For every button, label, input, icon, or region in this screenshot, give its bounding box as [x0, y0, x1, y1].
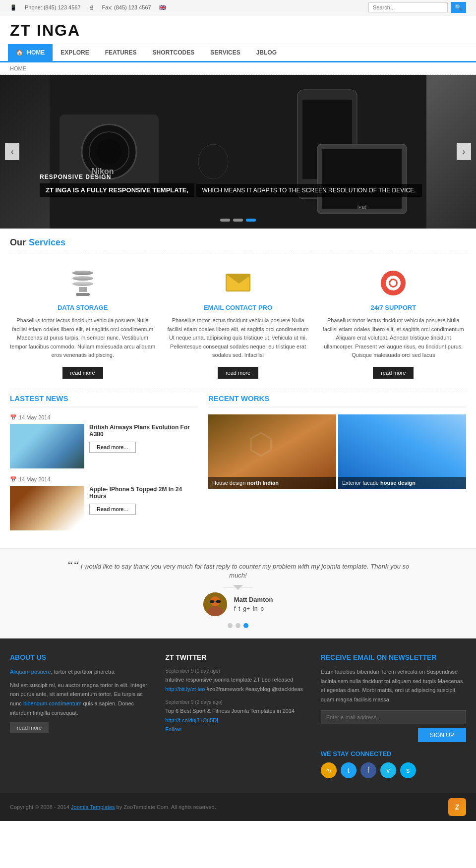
footer-about-para2: Nisl est suscipit mi, eu auctor magna to…: [10, 681, 155, 718]
search-button[interactable]: 🔍: [451, 2, 466, 13]
work-item-2[interactable]: Exterior facade house design: [338, 414, 466, 489]
news-works-section: LASTEST NEWS 📅 14 May 2014 British Airwa…: [0, 389, 476, 548]
social-connected: WE STAY CONNECTED ∿ t f v s: [321, 750, 466, 778]
slider-overlay: RESPONSIVE DESIGN ZT INGA IS A FULLY RES…: [40, 174, 422, 199]
footer: ABOUT US Aliquam posuere, tortor et port…: [0, 638, 476, 793]
nav-link-explore[interactable]: EXPLORE: [53, 44, 97, 61]
email-input[interactable]: [321, 710, 466, 724]
hero-slider: Nikon  iPhone iPad RESPONSIVE DESIGN ZT…: [0, 75, 476, 229]
fax-icon: 🖨: [89, 4, 94, 10]
tweet-1: September 9 (1 day ago) Intuitive respon…: [165, 667, 310, 694]
works-grid: ⬡ House design north Indian Exterior fac…: [208, 414, 466, 489]
service-item-storage: DATA STORAGE Phasellus tortor lectus tin…: [10, 268, 155, 379]
slider-line1: ZT INGA IS A FULLY RESPONSIVE TEMPLATE,: [40, 183, 194, 197]
news-section: LASTEST NEWS 📅 14 May 2014 British Airwa…: [10, 394, 198, 538]
slider-dot-1[interactable]: [220, 219, 230, 222]
search-area: 🔍: [368, 2, 466, 13]
slider-label: RESPONSIVE DESIGN: [40, 174, 422, 180]
nav-item-features[interactable]: FEATURES: [97, 44, 145, 61]
service-1-btn[interactable]: read more: [62, 367, 103, 379]
footer-about-btn[interactable]: read more: [10, 722, 49, 733]
footer-link-2[interactable]: bibendum condimentum: [23, 700, 81, 706]
news-1-title: British Airways Plans Evolution For A380: [89, 424, 198, 438]
news-1-content: British Airways Plans Evolution For A380…: [10, 424, 198, 468]
slider-dot-3[interactable]: [246, 219, 256, 222]
tweet-2-link[interactable]: http://t.co/duj31Ou5Dj: [165, 717, 218, 723]
social-tw-icon[interactable]: t: [238, 605, 240, 612]
breadcrumb: HOME: [0, 62, 476, 75]
fax-label: Fax: (845) 123 4567: [102, 4, 151, 10]
logo-bar: ZT INGA: [0, 15, 476, 44]
slider-next-button[interactable]: ›: [457, 143, 471, 160]
email-icon: [223, 268, 253, 298]
signup-button[interactable]: SIGN UP: [418, 728, 466, 742]
testimonial-dot-3[interactable]: [243, 623, 248, 628]
works-title: RECENT WORKS: [208, 394, 466, 407]
service-1-title: DATA STORAGE: [10, 304, 155, 311]
svg-rect-21: [216, 600, 221, 603]
tweet-2-follow[interactable]: Follow.: [165, 726, 182, 732]
facebook-button[interactable]: f: [360, 762, 376, 778]
service-2-btn[interactable]: read more: [218, 367, 258, 379]
site-logo[interactable]: ZT INGA: [10, 21, 466, 40]
social-pi-icon[interactable]: p: [260, 605, 264, 612]
nav-link-home[interactable]: 🏠 HOME: [8, 44, 53, 61]
testimonial-author: Matt Damton f t g+ in p: [20, 592, 456, 616]
twitter-button[interactable]: t: [341, 762, 357, 778]
news-item-2: 📅 14 May 2014 Apple- IPhone 5 Topped 2M …: [10, 476, 198, 530]
phone-label: Phone: (845) 123 4567: [25, 4, 81, 10]
copyright-text: Copyright © 2008 - 2014 Joomla Templates…: [10, 804, 216, 810]
nav-link-features[interactable]: FEATURES: [97, 44, 145, 61]
service-3-title: 24/7 SUPPORT: [321, 304, 466, 311]
service-3-desc: Phasellus tortor lectus tincidunt vehicu…: [321, 316, 466, 360]
author-info: Matt Damton f t g+ in p: [234, 596, 273, 612]
author-social: f t g+ in p: [234, 605, 273, 612]
nav-item-explore[interactable]: EXPLORE: [53, 44, 97, 61]
phone-icon: 📱: [10, 4, 17, 11]
social-li-icon[interactable]: in: [253, 605, 257, 612]
nav-link-services[interactable]: SERVICES: [202, 44, 248, 61]
joomla-link[interactable]: Joomla Templates: [71, 804, 115, 810]
testimonial-dot-2[interactable]: [236, 623, 240, 628]
social-fb-icon[interactable]: f: [234, 605, 236, 612]
svg-text:iPad: iPad: [357, 205, 366, 210]
vimeo-button[interactable]: v: [380, 762, 396, 778]
service-1-desc: Phasellus tortor lectus tincidunt vehicu…: [10, 316, 155, 360]
news-1-btn[interactable]: Read more...: [89, 442, 136, 453]
footer-newsletter-desc: Etam faucibus bibendum lorem vehicula on…: [321, 667, 466, 704]
work-item-1[interactable]: ⬡ House design north Indian: [208, 414, 336, 489]
news-2-btn[interactable]: Read more...: [89, 504, 136, 515]
rss-button[interactable]: ∿: [321, 762, 337, 778]
author-avatar: [203, 592, 227, 616]
slider-dot-2[interactable]: [233, 219, 243, 222]
footer-newsletter: RECEIVE EMAIL ON NEWSLETTER Etam faucibu…: [321, 653, 466, 778]
service-item-support: 24/7 SUPPORT Phasellus tortor lectus tin…: [321, 268, 466, 379]
nav-item-services[interactable]: SERVICES: [202, 44, 248, 61]
slider-prev-button[interactable]: ‹: [5, 143, 19, 160]
flag-icon: 🇬🇧: [159, 4, 166, 11]
nav-link-shortcodes[interactable]: SHORTCODES: [144, 44, 202, 61]
service-2-title: EMAIL CONTACT PRO: [165, 304, 310, 311]
tweet-1-link[interactable]: http://bit.ly/zt-leo: [165, 686, 205, 692]
news-2-date: 📅 14 May 2014: [10, 476, 198, 483]
slider-svg: Nikon  iPhone iPad: [50, 75, 426, 229]
nav-link-jblog[interactable]: JBLOG: [248, 44, 285, 61]
tweet-1-text: Intuitive responsive joomla template ZT …: [165, 675, 310, 694]
slider-dots: [220, 219, 256, 222]
nav-item-jblog[interactable]: JBLOG: [248, 44, 285, 61]
nav-item-shortcodes[interactable]: SHORTCODES: [144, 44, 202, 61]
testimonial-dot-1[interactable]: [228, 623, 233, 628]
service-3-btn[interactable]: read more: [373, 367, 414, 379]
news-2-title: Apple- IPhone 5 Topped 2M In 24 Hours: [89, 486, 198, 500]
footer-link-1[interactable]: Aliquam posuere: [10, 669, 51, 675]
search-input[interactable]: [368, 2, 448, 12]
author-name: Matt Damton: [234, 596, 273, 603]
nav-item-home[interactable]: 🏠 HOME: [8, 44, 53, 61]
calendar-icon: 📅: [10, 414, 17, 421]
footer-newsletter-title: RECEIVE EMAIL ON NEWSLETTER: [321, 653, 466, 661]
services-title-accent: Services: [29, 237, 65, 248]
skype-button[interactable]: s: [400, 762, 416, 778]
slider-line2: WHICH MEANS IT ADAPTS TO THE SCREEN RESO…: [196, 184, 422, 197]
svg-point-4: [97, 139, 121, 164]
social-gp-icon[interactable]: g+: [243, 605, 250, 612]
